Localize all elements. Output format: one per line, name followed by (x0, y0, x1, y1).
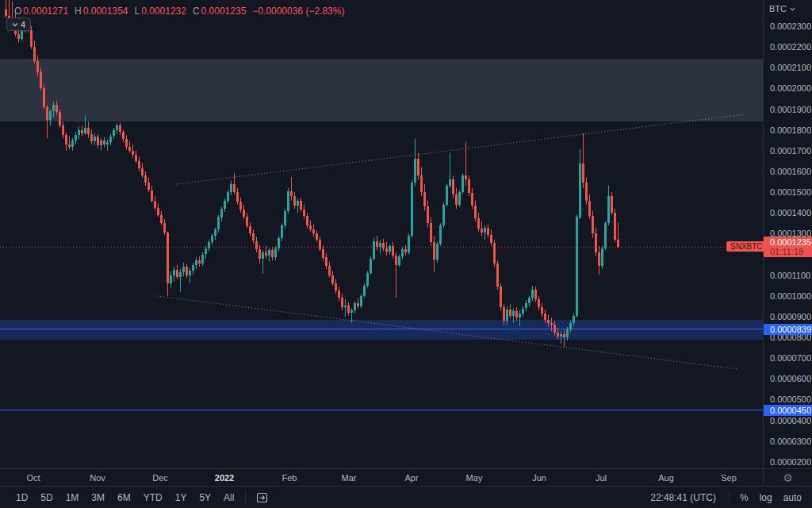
time-axis-label: 2022 (215, 473, 234, 483)
candle-body (167, 233, 169, 283)
candle-body (255, 241, 258, 250)
range-button-1y[interactable]: 1Y (169, 490, 193, 506)
toolbar-divider (729, 491, 730, 503)
candle-body (493, 243, 496, 264)
candle-body (81, 130, 83, 133)
price-axis-label: 0.0001900 (770, 105, 811, 114)
candle-body (68, 144, 71, 147)
change-value: −0.0000036 (−2.83%) (252, 6, 344, 17)
range-button-3m[interactable]: 3M (85, 490, 111, 506)
candlestick-chart (0, 0, 763, 468)
candle-body (531, 290, 534, 298)
candle-body (477, 218, 480, 229)
toolbar-divider (245, 491, 246, 503)
candle-body (179, 272, 182, 278)
candle-body (573, 316, 575, 323)
candle-body (344, 306, 347, 308)
candle-body (611, 196, 613, 213)
price-axis-label: 0.0001400 (770, 208, 811, 217)
go-to-date-button[interactable] (251, 490, 274, 506)
candle-body (538, 299, 540, 308)
candle-body (84, 128, 86, 133)
candle-body (160, 215, 163, 224)
candle-body (90, 134, 93, 141)
chart-plot-area[interactable] (0, 0, 763, 468)
candle-body (157, 208, 159, 215)
high-value: 0.0001354 (83, 6, 128, 17)
candle-body (500, 287, 502, 307)
candle-body (233, 184, 236, 193)
candle-body (366, 273, 369, 286)
candle-body (163, 223, 166, 233)
candle-series (5, 0, 619, 347)
time-axis[interactable]: OctNovDec2022FebMarAprMayJunJulAugSep (0, 468, 763, 486)
chevron-down-icon (12, 21, 18, 28)
candle-body (446, 186, 448, 205)
range-button-5d[interactable]: 5D (34, 490, 59, 506)
range-button-ytd[interactable]: YTD (137, 490, 169, 506)
price-axis-label: 0.0000900 (770, 312, 811, 321)
candle-body (49, 111, 52, 120)
clock-utc[interactable]: 22:48:41 (UTC) (650, 492, 724, 503)
range-button-1m[interactable]: 1M (59, 490, 86, 506)
candle-body (122, 132, 124, 139)
candle-body (592, 216, 594, 233)
candle-body (389, 246, 391, 252)
calendar-icon (255, 491, 269, 504)
candle-body (243, 210, 245, 217)
candle-body (350, 310, 353, 313)
price-axis-label: 0.0002100 (770, 63, 811, 72)
candle-body (569, 323, 572, 329)
axis-currency-dropdown[interactable]: BTC (769, 4, 795, 13)
candle-body (553, 325, 556, 332)
candle-body (173, 270, 175, 275)
candle-body (430, 223, 432, 242)
log-scale-button[interactable]: log (754, 490, 778, 506)
candle-body (462, 175, 464, 192)
trading-chart-app: O0.0001271H0.0001354L0.0001232C0.0001235… (0, 0, 812, 508)
low-value: 0.0001232 (141, 6, 186, 17)
candle-body (217, 217, 220, 229)
range-button-all[interactable]: All (217, 490, 240, 506)
candle-body (433, 242, 435, 260)
candle-body (309, 225, 312, 229)
candle-body (192, 265, 194, 271)
range-button-1d[interactable]: 1D (10, 490, 34, 506)
high-label: H (75, 6, 82, 17)
candle-body (458, 192, 461, 205)
candle-body (427, 206, 429, 223)
candle-body (176, 270, 178, 277)
candle-body (398, 256, 400, 265)
auto-scale-button[interactable]: auto (778, 490, 807, 506)
candle-body (144, 175, 147, 183)
price-axis[interactable]: 0.00023000.00022000.00021000.00020000.00… (763, 0, 812, 468)
price-axis-label: 0.0000300 (770, 437, 811, 446)
time-axis-label: Oct (26, 473, 40, 483)
price-axis-label: 0.0000600 (770, 374, 811, 383)
candle-body (205, 248, 207, 255)
candle-body (151, 190, 153, 201)
gear-icon[interactable]: ⚙ (783, 471, 793, 484)
time-axis-label: Jul (596, 473, 607, 483)
candle-body (116, 125, 118, 129)
candle-body (220, 209, 223, 217)
series-price-label: SNXBTC (726, 241, 767, 252)
candle-body (601, 248, 603, 266)
candle-body (576, 217, 578, 315)
trendline[interactable] (176, 114, 745, 184)
percent-scale-button[interactable]: % (734, 490, 754, 506)
candle-body (113, 130, 115, 137)
candle-body (278, 238, 280, 248)
price-axis-label: 0.0000500 (770, 394, 811, 404)
candle-body (420, 175, 423, 192)
candle-body (201, 255, 204, 264)
range-button-6m[interactable]: 6M (111, 490, 137, 506)
candle-body (198, 260, 201, 264)
legend-interval-toggle[interactable]: 4 (6, 17, 31, 31)
price-axis-label: 0.0001500 (770, 187, 811, 197)
time-axis-label: Apr (404, 473, 418, 483)
range-button-5y[interactable]: 5Y (193, 490, 217, 506)
candle-body (119, 125, 121, 132)
candle-body (239, 202, 242, 210)
candle-body (224, 201, 226, 210)
